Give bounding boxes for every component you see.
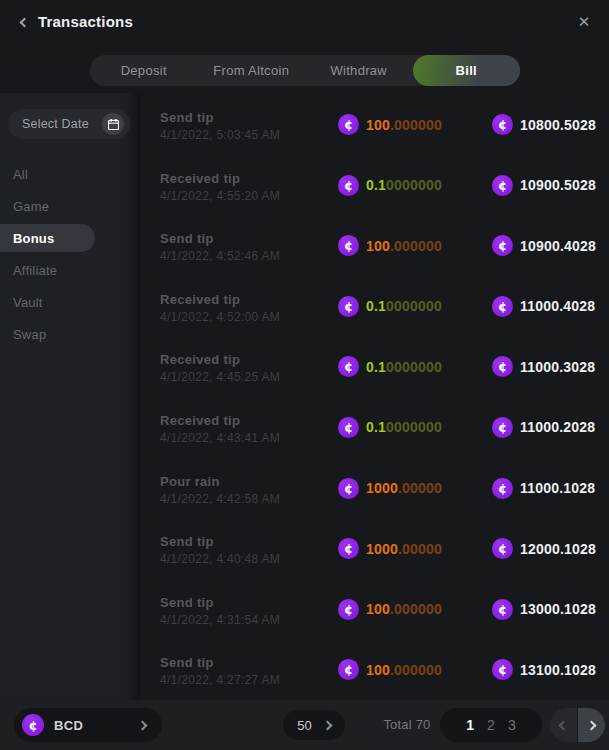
page-size-value: 50 bbox=[297, 718, 311, 733]
transaction-balance: ¢ 11000.1028 bbox=[492, 478, 595, 499]
transaction-date: 4/1/2022, 4:52:46 AM bbox=[160, 249, 280, 263]
balance-value: 13000.1028 bbox=[520, 601, 596, 617]
balance-value: 11000.1028 bbox=[520, 480, 595, 496]
transaction-type: Pour rain bbox=[160, 474, 220, 489]
transaction-row: Received tip 4/1/2022, 4:45:25 AM ¢ 0.10… bbox=[140, 342, 609, 403]
transaction-type: Send tip bbox=[160, 231, 214, 246]
bcd-coin-icon: ¢ bbox=[492, 659, 513, 680]
sidebar-item-vault[interactable]: Vault bbox=[0, 286, 140, 318]
transaction-type: Send tip bbox=[160, 110, 214, 125]
transaction-balance: ¢ 10900.4028 bbox=[492, 235, 596, 256]
next-page-button[interactable] bbox=[577, 708, 605, 742]
pagination: 123 bbox=[440, 708, 542, 742]
chevron-left-icon bbox=[559, 720, 569, 730]
transaction-date: 4/1/2022, 4:42:58 AM bbox=[160, 492, 280, 506]
transaction-balance: ¢ 11000.2028 bbox=[492, 417, 595, 438]
transaction-date: 4/1/2022, 4:27:27 AM bbox=[160, 673, 280, 687]
prev-page-button[interactable] bbox=[550, 708, 577, 742]
transaction-row: Received tip 4/1/2022, 4:55:20 AM ¢ 0.10… bbox=[140, 161, 609, 222]
sidebar-item-all[interactable]: All bbox=[0, 158, 140, 190]
transaction-balance: ¢ 11000.4028 bbox=[492, 296, 595, 317]
bcd-coin-icon: ¢ bbox=[492, 356, 513, 377]
transaction-amount: ¢ 0.10000000 bbox=[338, 356, 442, 377]
transaction-amount: ¢ 100.000000 bbox=[338, 659, 442, 680]
transaction-type: Received tip bbox=[160, 352, 240, 367]
transaction-amount: ¢ 0.10000000 bbox=[338, 417, 442, 438]
transaction-type: Received tip bbox=[160, 292, 240, 307]
page-title: Transactions bbox=[38, 13, 133, 30]
tab-bill[interactable]: Bill bbox=[413, 55, 521, 86]
page-number-2[interactable]: 2 bbox=[487, 717, 495, 733]
bcd-coin-icon: ¢ bbox=[22, 714, 44, 736]
transaction-type: Send tip bbox=[160, 655, 214, 670]
balance-value: 10900.4028 bbox=[520, 238, 596, 254]
bcd-coin-icon: ¢ bbox=[492, 296, 513, 317]
transaction-row: Send tip 4/1/2022, 4:52:46 AM ¢ 100.0000… bbox=[140, 221, 609, 282]
bcd-coin-icon: ¢ bbox=[492, 114, 513, 135]
transaction-balance: ¢ 11000.3028 bbox=[492, 356, 595, 377]
transaction-row: Send tip 4/1/2022, 4:27:27 AM ¢ 100.0000… bbox=[140, 645, 609, 706]
calendar-icon bbox=[102, 113, 124, 135]
transaction-amount: ¢ 100.000000 bbox=[338, 114, 442, 135]
balance-value: 11000.2028 bbox=[520, 419, 595, 435]
bcd-coin-icon: ¢ bbox=[338, 599, 359, 620]
transaction-balance: ¢ 10800.5028 bbox=[492, 114, 596, 135]
close-icon: ✕ bbox=[578, 13, 591, 31]
tab-withdraw[interactable]: Withdraw bbox=[305, 55, 413, 86]
bcd-coin-icon: ¢ bbox=[338, 175, 359, 196]
chevron-right-icon bbox=[322, 720, 332, 730]
balance-value: 11000.3028 bbox=[520, 359, 595, 375]
bcd-coin-icon: ¢ bbox=[492, 175, 513, 196]
bcd-coin-icon: ¢ bbox=[338, 296, 359, 317]
page-number-1[interactable]: 1 bbox=[466, 717, 474, 733]
transaction-amount: ¢ 0.10000000 bbox=[338, 175, 442, 196]
transaction-amount: ¢ 100.000000 bbox=[338, 599, 442, 620]
balance-value: 11000.4028 bbox=[520, 298, 595, 314]
transaction-row: Send tip 4/1/2022, 5:03:45 AM ¢ 100.0000… bbox=[140, 100, 609, 161]
transaction-row: Send tip 4/1/2022, 4:31:54 AM ¢ 100.0000… bbox=[140, 585, 609, 646]
transactions-list: Send tip 4/1/2022, 5:03:45 AM ¢ 100.0000… bbox=[140, 93, 609, 700]
transaction-date: 4/1/2022, 4:43:41 AM bbox=[160, 431, 280, 445]
bcd-coin-icon: ¢ bbox=[492, 538, 513, 559]
total-count-label: Total 70 bbox=[372, 700, 442, 750]
page-number-3[interactable]: 3 bbox=[508, 717, 516, 733]
transaction-amount: ¢ 0.10000000 bbox=[338, 296, 442, 317]
balance-value: 10900.5028 bbox=[520, 177, 596, 193]
transaction-date: 4/1/2022, 4:55:20 AM bbox=[160, 189, 280, 203]
page-size-select[interactable]: 50 bbox=[283, 710, 345, 740]
transaction-row: Pour rain 4/1/2022, 4:42:58 AM ¢ 1000.00… bbox=[140, 464, 609, 525]
bcd-coin-icon: ¢ bbox=[492, 599, 513, 620]
currency-label: BCD bbox=[54, 718, 83, 733]
balance-value: 10800.5028 bbox=[520, 117, 596, 133]
tab-deposit[interactable]: Deposit bbox=[90, 55, 198, 86]
sidebar-item-affiliate[interactable]: Affiliate bbox=[0, 254, 140, 286]
select-date-button[interactable]: Select Date bbox=[8, 109, 130, 139]
sidebar-item-swap[interactable]: Swap bbox=[0, 318, 140, 350]
transaction-date: 4/1/2022, 5:03:45 AM bbox=[160, 128, 280, 142]
transaction-row: Received tip 4/1/2022, 4:43:41 AM ¢ 0.10… bbox=[140, 403, 609, 464]
sidebar-item-game[interactable]: Game bbox=[0, 190, 140, 222]
dialog-header: Transactions ✕ bbox=[0, 0, 609, 44]
transaction-type: Send tip bbox=[160, 534, 214, 549]
transaction-date: 4/1/2022, 4:45:25 AM bbox=[160, 370, 280, 384]
transaction-amount: ¢ 100.000000 bbox=[338, 235, 442, 256]
currency-select[interactable]: ¢ BCD bbox=[14, 708, 162, 742]
sidebar-item-bonus[interactable]: Bonus bbox=[0, 224, 95, 252]
transaction-row: Received tip 4/1/2022, 4:52:00 AM ¢ 0.10… bbox=[140, 282, 609, 343]
transaction-date: 4/1/2022, 4:31:54 AM bbox=[160, 613, 280, 627]
bcd-coin-icon: ¢ bbox=[492, 417, 513, 438]
filter-sidebar: Select Date AllGameBonusAffiliateVaultSw… bbox=[0, 93, 140, 700]
filter-menu: AllGameBonusAffiliateVaultSwap bbox=[0, 158, 140, 350]
back-button[interactable] bbox=[12, 10, 36, 34]
pagination-nav bbox=[550, 708, 605, 742]
tab-from-altcoin[interactable]: From Altcoin bbox=[198, 55, 306, 86]
bcd-coin-icon: ¢ bbox=[338, 235, 359, 256]
transaction-type: Received tip bbox=[160, 171, 240, 186]
bcd-coin-icon: ¢ bbox=[492, 235, 513, 256]
bcd-coin-icon: ¢ bbox=[338, 356, 359, 377]
chevron-right-icon bbox=[587, 720, 597, 730]
balance-value: 12000.1028 bbox=[520, 541, 596, 557]
transaction-type: Received tip bbox=[160, 413, 240, 428]
close-button[interactable]: ✕ bbox=[573, 11, 595, 33]
transaction-type: Send tip bbox=[160, 595, 214, 610]
